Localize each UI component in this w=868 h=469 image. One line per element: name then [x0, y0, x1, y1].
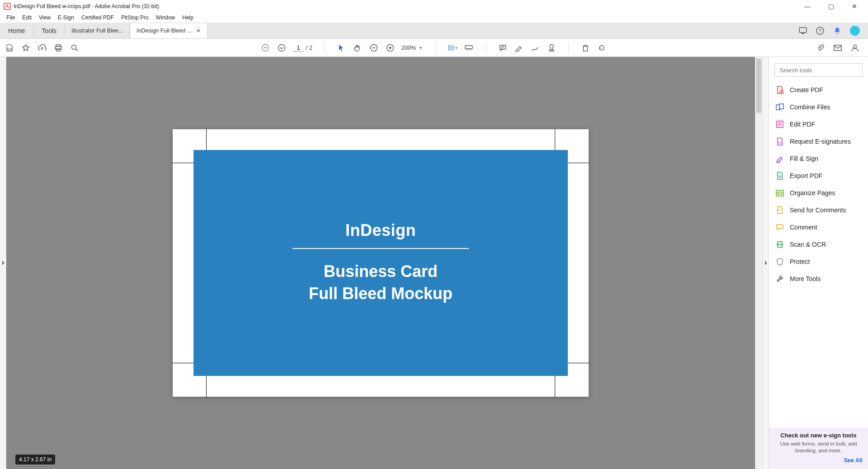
menu-help[interactable]: Help	[179, 14, 197, 22]
menu-certified-pdf[interactable]: Certified PDF	[78, 14, 118, 22]
tab-home[interactable]: Home	[0, 23, 33, 38]
tool-label: Send for Comments	[790, 206, 846, 214]
zoom-in-icon[interactable]	[385, 43, 395, 53]
tool-request-e-signatures[interactable]: Request E-signatures	[769, 133, 868, 150]
user-avatar[interactable]	[850, 26, 860, 36]
desktop-icon[interactable]	[798, 26, 807, 35]
comment-note-icon[interactable]	[498, 43, 508, 53]
page-up-icon[interactable]	[260, 43, 270, 53]
close-tab-icon[interactable]: ✕	[196, 28, 201, 34]
hand-tool-icon[interactable]	[353, 43, 363, 53]
send-comment-icon	[775, 206, 784, 215]
tool-label: Fill & Sign	[790, 155, 818, 162]
page-bleed-box: InDesign Business Card Full Bleed Mockup	[193, 150, 568, 376]
svg-point-10	[72, 45, 76, 49]
zoom-out-icon[interactable]	[369, 43, 379, 53]
cloud-upload-icon[interactable]	[37, 43, 47, 53]
account-icon[interactable]	[850, 43, 860, 53]
doc-subtitle: Business Card Full Bleed Mockup	[309, 261, 453, 305]
document-canvas[interactable]: InDesign Business Card Full Bleed Mockup…	[6, 57, 755, 469]
svg-point-13	[278, 44, 285, 51]
right-panel-toggle[interactable]	[762, 57, 769, 469]
tool-label: Protect	[790, 258, 810, 265]
tool-label: Export PDF	[790, 172, 822, 179]
menu-file[interactable]: File	[3, 14, 19, 22]
crop-mark	[555, 375, 555, 397]
chevron-down-icon: ▾	[455, 46, 458, 50]
combine-icon	[775, 103, 784, 112]
menu-window[interactable]: Window	[152, 14, 179, 22]
search-tools-input[interactable]	[774, 63, 863, 77]
tool-export-pdf[interactable]: Export PDF	[769, 167, 868, 184]
fit-width-icon[interactable]: ▾	[448, 43, 458, 53]
rotate-icon[interactable]	[597, 43, 607, 53]
crop-mark	[172, 363, 194, 363]
tool-label: More Tools	[790, 275, 821, 282]
svg-text:?: ?	[819, 28, 821, 33]
print-icon[interactable]	[53, 43, 63, 53]
tool-send-for-comments[interactable]: Send for Comments	[769, 202, 868, 219]
page-down-icon[interactable]	[277, 43, 287, 53]
toolbar-left-group	[5, 43, 80, 53]
document-tab[interactable]: InDesign Full Bleed ...✕	[130, 23, 208, 38]
zoom-dropdown[interactable]: 200%▾	[401, 45, 424, 51]
menu-edit[interactable]: Edit	[19, 14, 35, 22]
scrollbar-thumb[interactable]	[756, 59, 761, 113]
window-title: InDesign Full Bleed w-crops.pdf - Adobe …	[14, 3, 801, 9]
vertical-scrollbar[interactable]	[755, 57, 762, 469]
svg-rect-6	[8, 48, 11, 50]
page-current-input[interactable]	[293, 44, 304, 52]
tool-more-tools[interactable]: More Tools	[769, 270, 868, 287]
stamp-icon[interactable]	[547, 43, 557, 53]
tools-list: Create PDFCombine FilesEdit PDFRequest E…	[769, 81, 868, 427]
menu-view[interactable]: View	[35, 14, 54, 22]
tool-fill-sign[interactable]: Fill & Sign	[769, 150, 868, 167]
document-tab[interactable]: Illustrator Full Blee...	[65, 23, 130, 38]
wrench-icon	[775, 274, 784, 283]
svg-rect-45	[777, 225, 783, 229]
draw-icon[interactable]	[530, 43, 540, 53]
left-panel-toggle[interactable]	[0, 57, 6, 469]
attachments-icon[interactable]	[816, 43, 826, 53]
tool-scan-ocr[interactable]: Scan & OCR	[769, 236, 868, 253]
tool-comment[interactable]: Comment	[769, 219, 868, 236]
doc-title: InDesign	[345, 221, 416, 240]
signature-icon	[775, 137, 784, 146]
svg-rect-0	[4, 3, 10, 9]
svg-rect-9	[57, 49, 60, 51]
promo-see-all-link[interactable]: See All	[774, 457, 863, 464]
dimensions-badge: 4.17 x 2.67 in	[15, 455, 55, 464]
email-icon[interactable]	[833, 43, 843, 53]
crop-mark	[567, 163, 589, 163]
close-window-button[interactable]: ✕	[848, 3, 861, 10]
star-icon[interactable]	[21, 43, 31, 53]
tool-protect[interactable]: Protect	[769, 253, 868, 270]
pdf-page: InDesign Business Card Full Bleed Mockup	[173, 129, 589, 397]
comment-icon	[775, 223, 784, 232]
crop-mark	[206, 375, 207, 397]
help-icon[interactable]: ?	[816, 26, 825, 35]
delete-icon[interactable]	[580, 43, 590, 53]
esign-promo: Check out new e-sign tools Use web forms…	[769, 427, 868, 469]
menu-e-sign[interactable]: E-Sign	[54, 14, 78, 22]
save-icon[interactable]	[5, 43, 14, 53]
tool-edit-pdf[interactable]: Edit PDF	[769, 116, 868, 133]
notifications-bell-icon[interactable]	[833, 26, 842, 35]
select-cursor-icon[interactable]	[336, 43, 346, 53]
svg-rect-44	[781, 194, 783, 196]
maximize-button[interactable]: ▢	[825, 3, 837, 10]
read-mode-icon[interactable]	[464, 43, 474, 53]
tool-organize-pages[interactable]: Organize Pages	[769, 184, 868, 202]
tool-label: Scan & OCR	[790, 241, 826, 248]
tool-combine-files[interactable]: Combine Files	[769, 98, 868, 116]
search-icon[interactable]	[70, 43, 80, 53]
page-indicator: / 2	[293, 44, 312, 52]
minimize-button[interactable]: —	[801, 3, 814, 10]
svg-rect-43	[776, 194, 779, 196]
tool-create-pdf[interactable]: Create PDF	[769, 81, 868, 98]
scan-icon	[775, 240, 784, 249]
menu-pitstop-pro[interactable]: PitStop Pro	[118, 14, 152, 22]
tab-strip: Home Tools Illustrator Full Blee...InDes…	[0, 23, 868, 39]
highlight-icon[interactable]	[514, 43, 524, 53]
tab-tools[interactable]: Tools	[33, 23, 65, 38]
